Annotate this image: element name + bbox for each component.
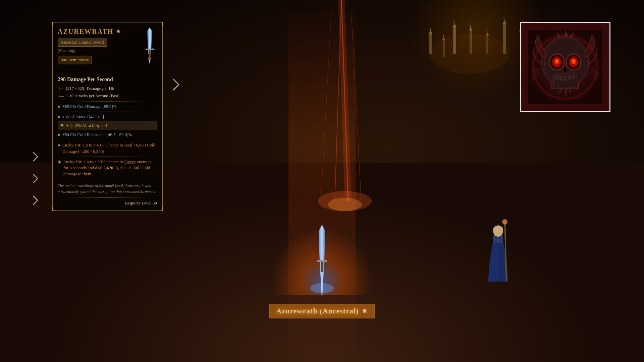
item-ground-name: Azurewrath (Ancestral): [276, 307, 359, 315]
item-title: AZUREWRATH: [58, 26, 113, 37]
bullet-icon: ├─: [58, 86, 64, 92]
chevron-right-icon: [29, 195, 38, 205]
divider-3: [68, 112, 147, 112]
svg-rect-53: [564, 75, 567, 81]
right-mid-nav-arrow[interactable]: [169, 80, 178, 89]
nav-arrow-middle[interactable]: [29, 175, 40, 187]
chevron-right-icon: [168, 79, 179, 90]
star-icon: ✸: [60, 122, 64, 129]
chevron-right-icon: [29, 152, 38, 161]
tooltip-title-row: AZUREWRATH ✸: [58, 26, 157, 37]
emblem-art: [527, 28, 604, 106]
left-nav-arrows: [29, 154, 40, 209]
stat-text: 1.10 Attacks per Second (Fast): [66, 93, 119, 99]
diamond-icon: ◆: [58, 104, 60, 109]
svg-rect-52: [559, 75, 562, 81]
stat-text: +54.0% Cold Resistance [46.5 - 60.0]%: [62, 132, 132, 138]
stat-attack-speed: └─ 1.10 Attacks per Second (Fast): [58, 93, 157, 99]
diamond-icon: ◆: [58, 132, 60, 137]
diamond-orange-icon: ◆: [58, 143, 60, 147]
chevron-right-icon: [29, 174, 38, 183]
divider-7: [68, 197, 147, 198]
svg-point-10: [469, 28, 472, 31]
item-ground-label[interactable]: Azurewrath (Ancestral) ✸: [269, 304, 375, 318]
svg-rect-54: [568, 75, 571, 80]
item-tooltip-panel: AZUREWRATH ✸ Ancestral Unique Sword (Sla…: [52, 22, 163, 211]
item-power-badge: 800 Item Power: [58, 56, 92, 64]
item-power-container: 800 Item Power: [58, 56, 157, 67]
corner-decoration-bl: [52, 207, 56, 211]
divider-6: [68, 179, 147, 179]
flavor-text: The ancient runeblade of the angel Izual…: [58, 183, 157, 195]
svg-point-16: [503, 22, 506, 24]
stat-all-stats: ◆ +59 All Stats +[47 - 65]: [58, 114, 157, 120]
svg-line-17: [504, 17, 504, 22]
skull-emblem-svg: [528, 30, 602, 104]
svg-point-48: [556, 60, 558, 62]
stat-lucky-hit-cold: ◆ Lucky Hit: Up to a 40% Chance to Deal …: [58, 142, 157, 154]
corner-decoration-br: [159, 207, 163, 211]
divider-5: [68, 157, 147, 157]
stat-text: Lucky Hit: Up to a 40% Chance to Deal +6…: [62, 142, 157, 154]
stat-damage-per-hit: ├─ [217 - 325] Damage per Hit: [58, 85, 157, 92]
freeze-text: Freeze: [124, 159, 136, 164]
divider-4: [68, 140, 147, 140]
stat-text: [217 - 325] Damage per Hit: [66, 85, 114, 92]
svg-point-7: [452, 25, 457, 27]
unique-star-icon: ✸: [116, 27, 120, 36]
stat-text: +85.0% Cold Damage [85.0]%: [62, 104, 117, 110]
svg-line-11: [470, 23, 471, 28]
svg-point-13: [486, 34, 489, 36]
diamond-icon: ◆: [58, 115, 60, 119]
stat-text: +59 All Stats +[47 - 65]: [62, 114, 104, 120]
item-ground-star: ✸: [362, 307, 368, 315]
game-background: Azurewrath (Ancestral) ✸: [0, 0, 644, 362]
tooltip-body: 298 Damage Per Second ├─ [217 - 325] Dam…: [53, 74, 162, 210]
right-panel-emblem: [520, 22, 610, 112]
stat-cold-damage: ◆ +85.0% Cold Damage [85.0]%: [58, 104, 157, 110]
candles-decoration: [419, 7, 537, 80]
damage-value: 5,670: [104, 165, 113, 170]
svg-line-14: [487, 29, 487, 34]
item-subtype: (Slashing): [58, 47, 157, 54]
unique-passive-text: Lucky Hit: Up to a 20% chance to Freeze …: [63, 159, 157, 177]
bullet-icon: └─: [58, 93, 64, 99]
nav-arrow-bottom[interactable]: [29, 197, 40, 209]
svg-line-5: [443, 34, 444, 39]
stat-cold-resistance: ◆ +54.0% Cold Resistance [46.5 - 60.0]%: [58, 132, 157, 138]
stat-attack-speed-highlighted: ✸ +15.0% Attack Speed: [58, 121, 157, 130]
stat-unique-passive: ✸ Lucky Hit: Up to a 20% chance to Freez…: [58, 159, 157, 177]
divider-2: [68, 101, 147, 102]
svg-point-49: [573, 60, 575, 62]
svg-line-2: [430, 27, 431, 32]
svg-point-1: [429, 32, 432, 34]
dps-stat: 298 Damage Per Second: [58, 75, 157, 83]
unique-star-bullet: ✸: [58, 159, 61, 165]
svg-point-21: [429, 34, 510, 74]
item-type-badge: Ancestral Unique Sword: [58, 38, 157, 47]
item-type-text: Ancestral Unique Sword: [58, 38, 107, 47]
svg-rect-55: [572, 75, 575, 79]
svg-rect-51: [555, 75, 558, 80]
requires-level: Requires Level 60: [58, 200, 157, 206]
tooltip-header: AZUREWRATH ✸ Ancestral Unique Sword (Sla…: [53, 22, 162, 70]
nav-arrow-top[interactable]: [29, 154, 40, 165]
stat-text: +15.0% Attack Speed: [66, 122, 107, 129]
divider-1: [64, 72, 151, 72]
svg-line-8: [454, 20, 454, 25]
